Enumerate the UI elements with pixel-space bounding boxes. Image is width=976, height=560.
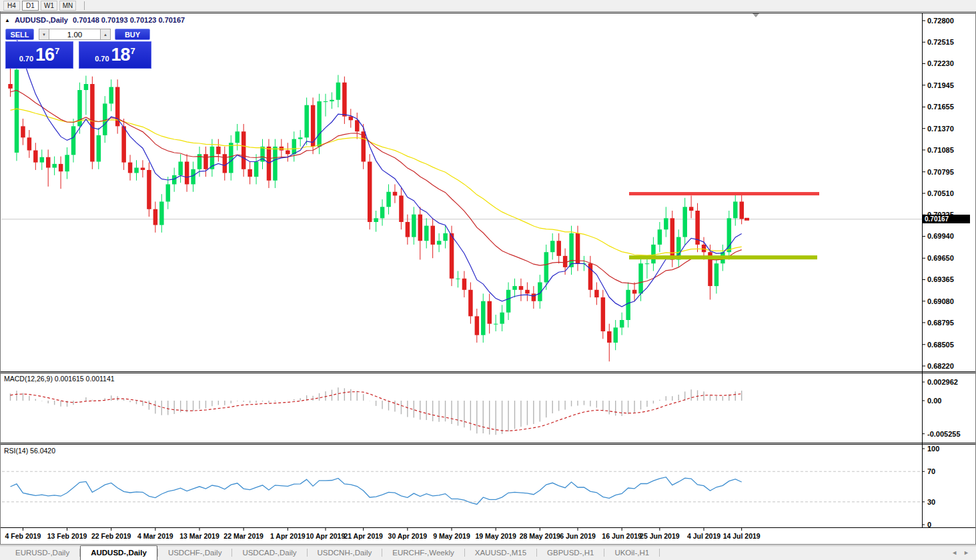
tab-usdchf-daily[interactable]: USDCHF-,Daily — [158, 546, 232, 560]
tab-scroll-right-icon[interactable]: ► — [963, 549, 969, 556]
rsi-caption: RSI(14) 56.0420 — [4, 447, 55, 455]
candle-body — [223, 154, 227, 173]
chart-window-frame[interactable] — [1, 12, 976, 545]
candle-body — [90, 84, 95, 161]
candle-body — [601, 297, 606, 331]
candle-body — [248, 169, 252, 177]
collapse-panel-icon[interactable]: ▲ — [5, 17, 10, 23]
tab-eurchf-weekly[interactable]: EURCHF-,Weekly — [382, 546, 464, 560]
buy-price-main: 18 — [111, 45, 130, 65]
volume-input[interactable] — [49, 29, 100, 40]
candle-body — [33, 151, 38, 163]
candle-body — [412, 215, 416, 237]
caret-down-icon: ▼ — [42, 33, 46, 37]
candle-body — [620, 320, 624, 327]
candle-body — [727, 218, 732, 252]
candle-body — [638, 263, 643, 293]
timeframe-button-h4[interactable]: H4 — [3, 1, 20, 11]
candle-body — [292, 139, 297, 155]
timeframe-button-mn[interactable]: MN — [59, 1, 76, 11]
candle-body — [235, 131, 240, 143]
last-price-marker — [745, 218, 749, 221]
buy-button[interactable]: BUY — [115, 29, 150, 40]
trade-controls-row: SELL ▼ ▲ BUY — [5, 29, 152, 40]
tab-usdcnh-daily[interactable]: USDCNH-,Daily — [308, 546, 382, 560]
candle-body — [512, 286, 517, 290]
toolbar-divider — [84, 1, 85, 10]
candle-body — [462, 279, 467, 290]
candle-body — [500, 313, 504, 324]
current-price-badge: 0.70167 — [923, 215, 970, 223]
candle-body — [544, 252, 549, 282]
volume-increase-button[interactable]: ▲ — [100, 29, 111, 40]
candle-body — [362, 131, 366, 161]
candle-body — [317, 101, 322, 147]
one-click-trading-panel: SELL ▼ ▲ BUY 0.70 16 7 0.70 18 7 — [5, 29, 152, 69]
tab-gbpusd-h1[interactable]: GBPUSD-,H1 — [537, 546, 604, 560]
volume-decrease-button[interactable]: ▼ — [39, 29, 49, 40]
candle-body — [632, 290, 637, 294]
sell-price-button[interactable]: 0.70 16 7 — [5, 41, 73, 69]
trade-prices-row: 0.70 16 7 0.70 18 7 — [5, 41, 152, 69]
timeframe-button-d1[interactable]: D1 — [22, 1, 39, 11]
candle-body — [450, 233, 454, 279]
candle-body — [576, 233, 580, 263]
candle-body — [21, 126, 25, 137]
tab-usdcad-daily[interactable]: USDCAD-,Daily — [232, 546, 306, 560]
chart-symbol-header: ▲ AUDUSD-,Daily 0.70148 0.70193 0.70123 … — [5, 16, 185, 24]
candle-body — [280, 147, 284, 151]
chart-shift-marker-icon[interactable] — [753, 13, 759, 17]
caret-up-icon: ▲ — [103, 33, 107, 37]
tab-ukoil-h1[interactable]: UKOil-,H1 — [604, 546, 659, 560]
candle-body — [349, 117, 354, 121]
candle-body — [71, 126, 76, 155]
candle-body — [380, 207, 385, 218]
timeframe-toolbar: H4D1W1MN — [0, 0, 976, 11]
tab-audusd-daily[interactable]: AUDUSD-,Daily — [80, 545, 157, 560]
candle-body — [52, 164, 57, 168]
candle-body — [468, 290, 473, 317]
sell-price-pip: 7 — [55, 46, 59, 56]
candle-body — [153, 209, 158, 225]
sell-price-main: 16 — [35, 45, 54, 65]
candle-body — [714, 263, 719, 286]
candle-body — [664, 218, 668, 229]
timeframe-button-w1[interactable]: W1 — [41, 1, 57, 11]
buy-price-button[interactable]: 0.70 18 7 — [79, 41, 151, 69]
candle-body — [273, 147, 278, 181]
resistance-line[interactable] — [629, 192, 819, 195]
tab-scroll-left-icon[interactable]: ◄ — [951, 549, 957, 556]
chart-canvas[interactable] — [0, 0, 976, 560]
candle-body — [84, 84, 89, 90]
candle-body — [304, 105, 309, 138]
chart-ohlc-values: 0.70148 0.70193 0.70123 0.70167 — [73, 16, 185, 24]
candle-body — [229, 143, 233, 173]
candle-body — [65, 155, 69, 171]
candle-body — [481, 301, 486, 335]
candle-body — [456, 279, 460, 279]
candle-body — [178, 161, 183, 175]
candle-body — [324, 101, 328, 102]
tab-eurusd-daily[interactable]: EURUSD-,Daily — [5, 546, 79, 560]
candle-body — [689, 207, 694, 211]
candle-body — [626, 290, 630, 320]
candle-body — [556, 241, 561, 256]
candle-body — [406, 222, 410, 237]
candle-body — [298, 137, 303, 139]
tab-xauusd-m15[interactable]: XAUUSD-,M15 — [465, 546, 536, 560]
candle-body — [330, 100, 334, 101]
support-line[interactable] — [629, 255, 817, 259]
candle-body — [59, 164, 63, 171]
candle-body — [393, 192, 398, 196]
candle-body — [342, 83, 347, 117]
candle-body — [550, 241, 555, 252]
candle-body — [594, 290, 599, 297]
sell-button[interactable]: SELL — [5, 29, 34, 40]
candle-body — [166, 184, 171, 201]
candle-body — [702, 245, 706, 252]
candle-body — [740, 201, 745, 219]
candle-body — [488, 301, 492, 324]
candle-body — [437, 241, 442, 245]
candle-body — [519, 286, 524, 290]
candle-body — [15, 70, 19, 153]
